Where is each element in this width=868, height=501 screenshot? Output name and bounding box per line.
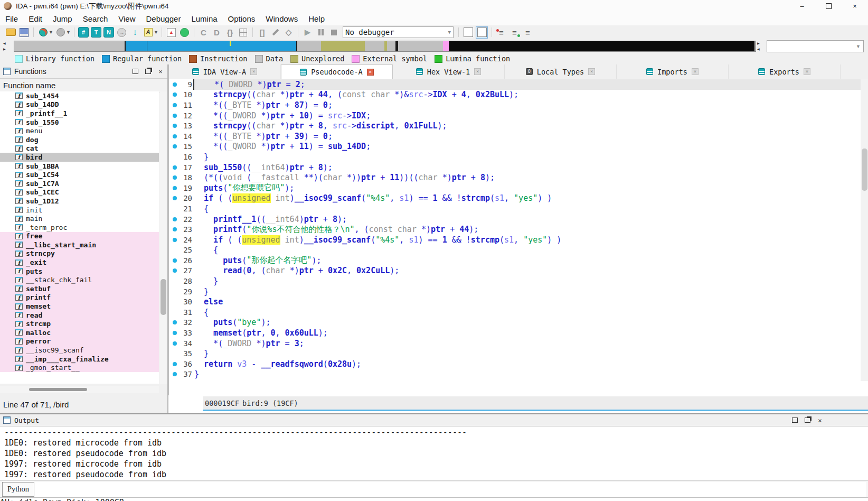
tab-ida-view-a[interactable]: IDA View-A× — [169, 64, 281, 79]
code-line[interactable]: 23 printf("你说%s不符合他的性格？\n", (const char … — [169, 224, 861, 235]
pseudocode-vertical-scrollbar[interactable] — [861, 79, 868, 381]
breakpoint-dot-icon[interactable] — [173, 103, 177, 107]
tab-close-icon[interactable]: × — [367, 69, 374, 76]
code-line[interactable]: 26 puts("那你起个名字吧"); — [169, 255, 861, 266]
code-line[interactable]: 29 } — [169, 286, 861, 297]
code-line[interactable]: 30 else — [169, 296, 861, 307]
breakpoint-dot-icon[interactable] — [173, 124, 177, 128]
scrollbar-thumb[interactable] — [862, 149, 867, 191]
menu-item-edit[interactable]: Edit — [23, 12, 48, 25]
tab-imports[interactable]: Imports× — [617, 64, 729, 79]
function-list-item[interactable]: fsub_1D12 — [0, 197, 159, 206]
breakpoint-dot-icon[interactable] — [173, 341, 177, 346]
tab-pseudocode-a[interactable]: Pseudocode-A× — [281, 64, 393, 79]
scrollbar-thumb[interactable] — [29, 388, 87, 391]
code-line[interactable]: 11 *((_BYTE *)ptr + 87) = 0; — [169, 100, 861, 110]
panel-float-icon[interactable] — [804, 416, 811, 424]
tab-close-icon[interactable]: × — [250, 68, 257, 75]
breakpoint-dot-icon[interactable] — [173, 268, 177, 273]
code-line[interactable]: 31 { — [169, 307, 861, 318]
function-list-item[interactable]: f__stack_chk_fail — [0, 275, 159, 284]
ascii-a-icon[interactable]: A — [143, 27, 154, 38]
code-line[interactable]: 37} — [169, 369, 861, 380]
python-input[interactable] — [34, 482, 866, 497]
code-line[interactable]: 19 puts("你想要喂它吗"); — [169, 183, 861, 193]
function-list-item[interactable]: f_gmon_start__ — [0, 363, 159, 372]
dropdown-arrow-icon[interactable]: ▼ — [66, 30, 71, 35]
output-log[interactable]: ----------------------------------------… — [0, 427, 868, 481]
navband-combobox[interactable]: ▼ — [767, 40, 864, 52]
python-interpreter-selector[interactable]: Python — [2, 482, 34, 497]
breakpoint-dot-icon[interactable] — [173, 165, 177, 170]
function-list-item[interactable]: f__libc_start_main — [0, 240, 159, 249]
function-list-item[interactable]: fsetbuf — [0, 284, 159, 293]
breakpoint-dot-icon[interactable] — [173, 175, 177, 180]
code-line[interactable]: 20 if ( (unsigned int)__isoc99_scanf("%4… — [169, 193, 861, 204]
navband-left-arrows[interactable]: ◀▶ — [3, 40, 11, 52]
pencil-icon[interactable] — [270, 27, 281, 38]
code-line[interactable]: 32 puts("bye"); — [169, 318, 861, 328]
open-file-icon[interactable] — [5, 27, 16, 38]
code-line[interactable]: 36 return v3 - __readfsqword(0x28u); — [169, 359, 861, 369]
menu-item-view[interactable]: View — [113, 12, 140, 25]
function-list-item[interactable]: fsub_1C54 — [0, 170, 159, 179]
code-line[interactable]: 22 printf__1((__int64)ptr + 8); — [169, 214, 861, 225]
tab-close-icon[interactable]: × — [692, 68, 699, 75]
breakpoint-dot-icon[interactable] — [173, 92, 177, 97]
function-list-item[interactable]: fmemset — [0, 302, 159, 311]
code-line[interactable]: 12 *((_DWORD *)ptr + 10) = src->IDX; — [169, 110, 861, 121]
dropdown-arrow-icon[interactable]: ▼ — [154, 30, 159, 35]
minimize-button[interactable]: – — [789, 0, 815, 12]
code-line[interactable]: 28 } — [169, 276, 861, 286]
navigation-band[interactable] — [14, 41, 756, 52]
tab-hex-view-1[interactable]: Hex View-1× — [393, 64, 505, 79]
breakpoint-dot-icon[interactable] — [173, 331, 177, 335]
breakpoint-dot-icon[interactable] — [173, 196, 177, 200]
down-arrow-icon[interactable]: ↓ — [129, 27, 140, 38]
function-list-item[interactable]: fcat — [0, 144, 159, 153]
function-list-item[interactable]: fsub_1BBA — [0, 162, 159, 171]
location-gray-icon[interactable] — [55, 27, 66, 38]
jump-arrow-icon[interactable]: → — [116, 27, 127, 38]
names-n-icon[interactable]: N — [103, 27, 114, 38]
menu-item-windows[interactable]: Windows — [260, 12, 303, 25]
function-list-item[interactable]: fsub_1CEC — [0, 188, 159, 197]
breakpoint-dot-icon[interactable] — [173, 362, 177, 366]
panel-maximize-icon[interactable] — [791, 416, 798, 424]
text-t-icon[interactable]: T — [91, 27, 101, 38]
diamond-icon[interactable]: ◇ — [283, 27, 294, 38]
panel-maximize-icon[interactable] — [131, 68, 139, 75]
c-letter-icon[interactable]: C — [198, 27, 209, 38]
function-list-item[interactable]: fputs — [0, 267, 159, 276]
code-line[interactable]: 33 memset(ptr, 0, 0x60uLL); — [169, 328, 861, 338]
code-line[interactable]: 14 *((_BYTE *)ptr + 39) = 0; — [169, 131, 861, 142]
tab-close-icon[interactable]: × — [474, 68, 481, 75]
close-button[interactable]: × — [842, 0, 868, 12]
tab-exports[interactable]: Exports× — [729, 64, 841, 79]
save-file-icon[interactable] — [18, 27, 30, 38]
debugger-select[interactable]: No debugger▼ — [343, 26, 454, 38]
tab-close-icon[interactable]: × — [588, 68, 595, 75]
function-list-item[interactable]: f_printf__1 — [0, 109, 159, 118]
function-list-item[interactable]: fstrcmp — [0, 319, 159, 328]
function-list-item[interactable]: fbird — [0, 153, 159, 162]
stop-icon[interactable] — [328, 27, 339, 38]
function-list-item[interactable]: f_term_proc — [0, 223, 159, 232]
breakpoint-dot-icon[interactable] — [173, 320, 177, 324]
function-list-item[interactable]: fperror — [0, 337, 159, 346]
panel-close-icon[interactable]: × — [816, 416, 824, 424]
code-line[interactable]: 16 } — [169, 152, 861, 162]
code-line[interactable]: 34 *(_DWORD *)ptr = 3; — [169, 338, 861, 349]
function-list-item[interactable]: f__isoc99_scanf — [0, 346, 159, 355]
function-list-horizontal-scrollbar[interactable] — [0, 386, 159, 393]
struct-hash-icon[interactable]: # — [78, 27, 89, 38]
tab-local-types[interactable]: OLocal Types× — [505, 64, 617, 79]
brackets-icon[interactable]: [] — [257, 27, 268, 38]
function-list-vertical-scrollbar[interactable] — [159, 91, 167, 384]
pseudocode-view[interactable]: 9 *(_DWORD *)ptr = 2;10 strncpy((char *)… — [169, 79, 861, 382]
pause-icon[interactable] — [315, 27, 326, 38]
code-line[interactable]: 21 { — [169, 203, 861, 214]
location-color-icon[interactable] — [37, 27, 49, 38]
function-name-column-header[interactable]: Function name — [0, 78, 167, 92]
function-list-item[interactable]: fsub_14DD — [0, 100, 159, 109]
